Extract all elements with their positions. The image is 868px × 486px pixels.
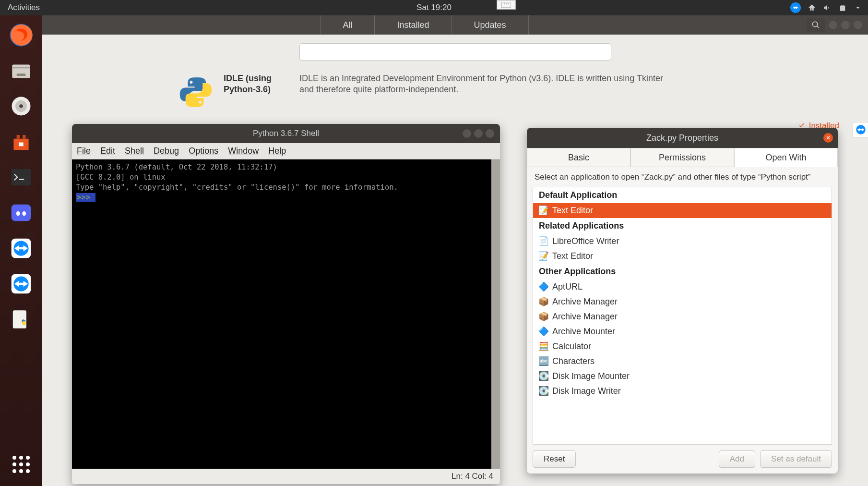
disk-icon: 💽	[539, 386, 548, 396]
list-item[interactable]: 📦Archive Manager	[533, 309, 832, 324]
dock-software[interactable]	[6, 127, 36, 157]
text-editor-icon: 📝	[539, 251, 548, 261]
tab-installed[interactable]: Installed	[374, 15, 451, 35]
properties-dialog: Zack.py Properties ✕ Basic Permissions O…	[527, 128, 838, 474]
list-item[interactable]: 📝 Text Editor	[533, 203, 832, 218]
svg-point-14	[16, 211, 20, 216]
svg-rect-6	[12, 67, 30, 68]
teamviewer-tray-icon[interactable]	[790, 2, 801, 13]
menu-shell[interactable]: Shell	[125, 146, 144, 156]
header-search-button[interactable]	[807, 18, 825, 32]
idle-menubar: File Edit Shell Debug Options Window Hel…	[72, 143, 500, 159]
generic-app-icon: 🔷	[539, 282, 548, 292]
archive-icon: 📦	[539, 312, 548, 321]
menu-options[interactable]: Options	[189, 146, 218, 156]
tab-permissions[interactable]: Permissions	[630, 148, 734, 167]
show-applications-button[interactable]	[9, 452, 33, 476]
characters-icon: 🔤	[539, 356, 548, 366]
heading-related: Related Applications	[533, 218, 832, 234]
svg-rect-11	[19, 143, 23, 146]
list-item[interactable]: 🔷Archive Mounter	[533, 324, 832, 339]
svg-point-10	[19, 104, 23, 108]
dock	[0, 15, 42, 486]
svg-point-2	[506, 3, 507, 4]
list-item[interactable]: 🧮Calculator	[533, 339, 832, 354]
teamviewer-panel-icon[interactable]	[853, 122, 868, 137]
reset-button[interactable]: Reset	[533, 450, 576, 468]
app-name: IDLE (using Python-3.6)	[224, 73, 291, 95]
list-item[interactable]: 💽Disk Image Writer	[533, 384, 832, 399]
activities-button[interactable]: Activities	[0, 3, 48, 12]
idle-maximize-button[interactable]	[474, 129, 483, 138]
software-tabs: All Installed Updates	[320, 15, 528, 35]
dock-discord[interactable]	[6, 198, 36, 228]
volume-icon[interactable]	[823, 3, 832, 12]
dock-firefox[interactable]	[6, 20, 36, 50]
menu-help[interactable]: Help	[268, 146, 286, 156]
minimize-button[interactable]	[829, 21, 837, 29]
idle-shell-window: Python 3.6.7 Shell File Edit Shell Debug…	[72, 124, 500, 484]
list-item[interactable]: 💽Disk Image Mounter	[533, 369, 832, 384]
dock-python-file[interactable]	[6, 304, 36, 334]
properties-close-button[interactable]: ✕	[823, 133, 833, 143]
text-editor-icon: 📝	[539, 206, 548, 215]
writer-icon: 📄	[539, 236, 548, 246]
shell-output[interactable]: Python 3.6.7 (default, Oct 22 2018, 11:3…	[72, 159, 491, 469]
list-item[interactable]: 📝Text Editor	[533, 249, 832, 264]
svg-point-3	[508, 3, 509, 4]
menu-edit[interactable]: Edit	[100, 146, 115, 156]
tab-open-with[interactable]: Open With	[734, 148, 838, 167]
idle-minimize-button[interactable]	[463, 129, 471, 138]
svg-point-1	[504, 3, 505, 4]
list-item[interactable]: 🔷AptURL	[533, 279, 832, 294]
calculator-icon: 🧮	[539, 341, 548, 351]
tab-basic[interactable]: Basic	[527, 148, 630, 167]
shell-prompt: >>>	[76, 193, 95, 202]
top-panel: Activities Sat 19:20	[0, 0, 868, 15]
close-button[interactable]	[854, 21, 862, 29]
disk-icon: 💽	[539, 371, 548, 381]
list-item[interactable]: 📄LibreOffice Writer	[533, 234, 832, 249]
dock-teamviewer-1[interactable]	[6, 233, 36, 263]
list-item[interactable]: 📦Archive Manager	[533, 294, 832, 309]
python-logo-icon	[177, 73, 215, 111]
tab-updates[interactable]: Updates	[452, 15, 529, 35]
clock[interactable]: Sat 19:20	[416, 3, 452, 12]
window-title: Python 3.6.7 Shell	[253, 129, 319, 138]
svg-rect-7	[17, 73, 26, 76]
svg-rect-5	[12, 65, 30, 78]
dock-rhythmbox[interactable]	[6, 91, 36, 121]
system-tray	[790, 2, 868, 13]
keyboard-indicator[interactable]	[497, 0, 516, 10]
app-description: IDLE is an Integrated Development Enviro…	[299, 73, 669, 111]
menu-window[interactable]: Window	[228, 146, 259, 156]
archive-icon: 📦	[539, 297, 548, 306]
dropdown-caret-icon[interactable]	[854, 3, 862, 12]
svg-rect-13	[12, 205, 31, 221]
idle-statusbar: Ln: 4 Col: 4	[72, 469, 500, 484]
heading-default: Default Application	[533, 187, 832, 203]
svg-rect-0	[501, 2, 511, 8]
maximize-button[interactable]	[841, 21, 850, 29]
list-item[interactable]: 🔤Characters	[533, 354, 832, 369]
menu-file[interactable]: File	[77, 146, 91, 156]
search-result-item[interactable]: IDLE (using Python-3.6) IDLE is an Integ…	[42, 65, 868, 115]
dock-terminal[interactable]	[6, 162, 36, 192]
menu-debug[interactable]: Debug	[154, 146, 179, 156]
tab-all[interactable]: All	[320, 15, 374, 35]
dock-teamviewer-2[interactable]	[6, 269, 36, 299]
battery-icon[interactable]	[838, 3, 847, 12]
generic-app-icon: 🔷	[539, 327, 548, 336]
properties-title[interactable]: Zack.py Properties ✕	[527, 128, 838, 148]
dock-files[interactable]	[6, 56, 36, 85]
add-button[interactable]: Add	[719, 450, 755, 468]
search-input[interactable]	[299, 43, 611, 61]
idle-close-button[interactable]	[486, 129, 494, 138]
software-header: All Installed Updates	[42, 15, 868, 35]
idle-titlebar[interactable]: Python 3.6.7 Shell	[72, 124, 500, 143]
network-icon[interactable]	[808, 3, 816, 12]
application-list: Default Application 📝 Text Editor Relate…	[533, 187, 832, 445]
svg-rect-20	[13, 310, 26, 328]
idle-scrollbar[interactable]	[491, 159, 500, 469]
set-default-button[interactable]: Set as default	[760, 450, 832, 468]
